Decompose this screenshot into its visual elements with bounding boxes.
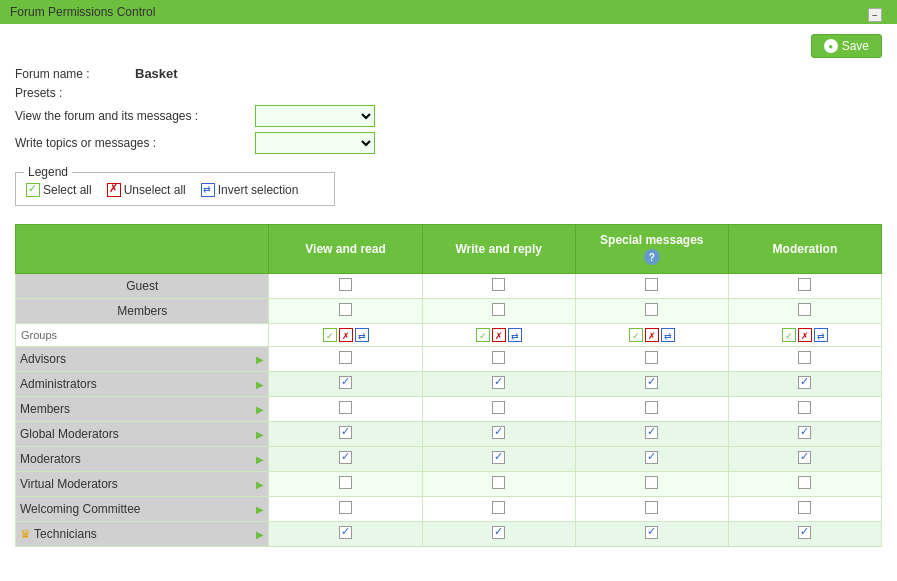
checkbox-checked[interactable] (339, 376, 352, 389)
view-members-user[interactable] (269, 299, 422, 324)
write-members-user[interactable] (422, 299, 575, 324)
crown-icon: ♛ (20, 527, 31, 541)
group-unselect-all-icon[interactable]: ✗ (645, 328, 659, 342)
checkbox[interactable] (339, 278, 352, 291)
checkbox[interactable] (798, 351, 811, 364)
special-guest[interactable] (575, 274, 728, 299)
checkbox[interactable] (798, 501, 811, 514)
expand-icon[interactable]: ▶ (256, 504, 264, 515)
group-unselect-all-icon[interactable]: ✗ (492, 328, 506, 342)
row-name-virtual-mods: Virtual Moderators ▶ (16, 472, 269, 497)
checkbox[interactable] (798, 476, 811, 489)
checkbox-checked[interactable] (645, 526, 658, 539)
group-select-all-icon[interactable]: ✓ (629, 328, 643, 342)
checkbox-checked[interactable] (339, 426, 352, 439)
unselect-all-icon: ✗ (107, 183, 121, 197)
table-row: Global Moderators ▶ (16, 422, 882, 447)
checkbox-checked[interactable] (645, 451, 658, 464)
checkbox-checked[interactable] (492, 376, 505, 389)
checkbox[interactable] (645, 278, 658, 291)
view-guest[interactable] (269, 274, 422, 299)
checkbox[interactable] (339, 303, 352, 316)
mod-guest[interactable] (728, 274, 881, 299)
checkbox-checked[interactable] (492, 526, 505, 539)
checkbox[interactable] (339, 401, 352, 414)
collapse-icon[interactable]: − (868, 8, 882, 22)
group-invert-icon[interactable]: ⇄ (508, 328, 522, 342)
checkbox-checked[interactable] (339, 451, 352, 464)
permissions-table: View and read Write and reply Special me… (15, 224, 882, 547)
expand-icon[interactable]: ▶ (256, 429, 264, 440)
checkbox[interactable] (798, 278, 811, 291)
invert-selection-item[interactable]: ⇄ Invert selection (201, 183, 299, 197)
forum-name-label: Forum name : (15, 67, 135, 81)
groups-view-icons[interactable]: ✓ ✗ ⇄ (269, 324, 422, 347)
page-title: Forum Permissions Control (10, 5, 155, 19)
expand-icon[interactable]: ▶ (256, 354, 264, 365)
groups-special-icons[interactable]: ✓ ✗ ⇄ (575, 324, 728, 347)
groups-write-icons[interactable]: ✓ ✗ ⇄ (422, 324, 575, 347)
view-forum-select[interactable] (255, 105, 375, 127)
checkbox[interactable] (645, 401, 658, 414)
table-row: Virtual Moderators ▶ (16, 472, 882, 497)
col-header-write: Write and reply (422, 225, 575, 274)
expand-icon[interactable]: ▶ (256, 379, 264, 390)
unselect-all-item[interactable]: ✗ Unselect all (107, 183, 186, 197)
groups-label: Groups (16, 324, 269, 347)
checkbox[interactable] (492, 401, 505, 414)
checkbox-checked[interactable] (798, 451, 811, 464)
expand-icon[interactable]: ▶ (256, 479, 264, 490)
group-unselect-all-icon[interactable]: ✗ (339, 328, 353, 342)
checkbox-checked[interactable] (798, 376, 811, 389)
groups-mod-icons[interactable]: ✓ ✗ ⇄ (728, 324, 881, 347)
group-invert-icon[interactable]: ⇄ (661, 328, 675, 342)
checkbox-checked[interactable] (492, 426, 505, 439)
checkbox[interactable] (645, 476, 658, 489)
row-name-welcoming: Welcoming Committee ▶ (16, 497, 269, 522)
checkbox[interactable] (492, 278, 505, 291)
write-guest[interactable] (422, 274, 575, 299)
checkbox[interactable] (645, 303, 658, 316)
checkbox-checked[interactable] (492, 451, 505, 464)
unselect-all-label: Unselect all (124, 183, 186, 197)
checkbox[interactable] (492, 303, 505, 316)
table-row: Welcoming Committee ▶ (16, 497, 882, 522)
expand-icon[interactable]: ▶ (256, 529, 264, 540)
group-select-all-icon[interactable]: ✓ (476, 328, 490, 342)
checkbox[interactable] (339, 476, 352, 489)
group-invert-icon[interactable]: ⇄ (355, 328, 369, 342)
checkbox-checked[interactable] (645, 426, 658, 439)
checkbox[interactable] (492, 351, 505, 364)
select-all-label: Select all (43, 183, 92, 197)
checkbox-checked[interactable] (798, 526, 811, 539)
write-topics-select[interactable] (255, 132, 375, 154)
checkbox[interactable] (798, 401, 811, 414)
checkbox[interactable] (339, 501, 352, 514)
checkbox[interactable] (339, 351, 352, 364)
checkbox[interactable] (645, 501, 658, 514)
legend-title: Legend (24, 165, 72, 179)
checkbox[interactable] (798, 303, 811, 316)
forum-name-value: Basket (135, 66, 178, 81)
expand-icon[interactable]: ▶ (256, 404, 264, 415)
checkbox-checked[interactable] (339, 526, 352, 539)
save-button[interactable]: Save (811, 34, 882, 58)
table-row: Members (16, 299, 882, 324)
group-select-all-icon[interactable]: ✓ (782, 328, 796, 342)
row-name-moderators: Moderators ▶ (16, 447, 269, 472)
select-all-item[interactable]: ✓ Select all (26, 183, 92, 197)
checkbox-checked[interactable] (798, 426, 811, 439)
special-help-icon[interactable]: ? (644, 249, 660, 265)
group-unselect-all-icon[interactable]: ✗ (798, 328, 812, 342)
checkbox[interactable] (492, 501, 505, 514)
special-members-user[interactable] (575, 299, 728, 324)
checkbox[interactable] (645, 351, 658, 364)
checkbox[interactable] (492, 476, 505, 489)
group-select-all-icon[interactable]: ✓ (323, 328, 337, 342)
expand-icon[interactable]: ▶ (256, 454, 264, 465)
table-row: Administrators ▶ (16, 372, 882, 397)
col-header-name (16, 225, 269, 274)
checkbox-checked[interactable] (645, 376, 658, 389)
mod-members-user[interactable] (728, 299, 881, 324)
group-invert-icon[interactable]: ⇄ (814, 328, 828, 342)
